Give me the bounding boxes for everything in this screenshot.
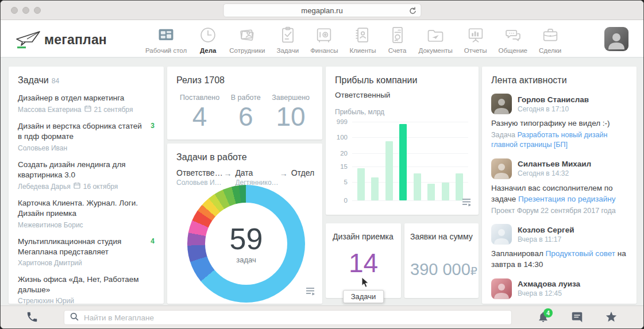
bar[interactable]: [385, 141, 393, 200]
task-item[interactable]: Дизайн и верстка сборника статей в пдф ф…: [18, 121, 155, 152]
y-tick-label: 999: [337, 118, 348, 125]
feed-item-header[interactable]: Горлов СтаниславСегодня в 17:10: [491, 94, 627, 114]
filter-3[interactable]: Отдел: [291, 168, 313, 179]
donut-label: задач: [236, 256, 256, 264]
y-tick-label: 5: [344, 179, 348, 185]
task-meta: Межевитинов Борис: [18, 221, 155, 229]
feed-item-header[interactable]: Козлов СергейВчера в 11:17: [491, 224, 627, 245]
task-owner: Стрелюхин Юрий: [18, 297, 74, 305]
chat-icon: [503, 24, 523, 46]
feed-author-name: Горлов Станислав: [518, 95, 589, 104]
bar[interactable]: [357, 168, 365, 200]
feed-avatar: [491, 94, 512, 114]
calendar-icon: [84, 105, 91, 114]
design-card-value: 14: [333, 250, 394, 276]
reload-icon[interactable]: [408, 6, 417, 17]
nav-item-label: Сделки: [539, 47, 561, 54]
profit-bar-chart[interactable]: 999100201550: [352, 122, 468, 200]
filter-2[interactable]: ДатаДегтяннико…: [235, 168, 276, 187]
feed-timestamp: Сегодня в 17:10: [518, 105, 589, 113]
zoom-window-button[interactable]: [34, 7, 41, 14]
design-acceptance-card[interactable]: Дизайн приемка 14 Задачи: [326, 223, 401, 298]
nav-item-clients[interactable]: Клиенты: [344, 24, 381, 54]
phone-icon[interactable]: [26, 311, 38, 326]
feed-name-time: Козлов СергейВчера в 11:17: [518, 226, 574, 243]
feed-item-header[interactable]: Ахмадова луизаВчера в 12:45: [491, 278, 627, 299]
feed-link[interactable]: Продуктовый совет: [546, 249, 616, 258]
chat-icon[interactable]: [571, 311, 583, 326]
feed-link[interactable]: Презентация по редизайну: [518, 195, 615, 203]
bar[interactable]: [371, 177, 379, 200]
task-item[interactable]: Создать дизайн лендинга для квартирника …: [18, 160, 155, 191]
nav-item-chat[interactable]: Общение: [493, 24, 533, 54]
browser-chrome: megaplan.ru: [1, 1, 643, 20]
donut-ring: 59 задач: [187, 185, 305, 303]
feed-avatar: [491, 278, 512, 299]
bar[interactable]: [456, 173, 463, 200]
bar[interactable]: [399, 124, 407, 200]
release-stat-label: Поставлено: [180, 94, 219, 102]
logo-text: мегаплан: [44, 32, 107, 48]
feed-text: Разную типографику не видел :-): [491, 119, 610, 127]
y-tick-label: 100: [337, 134, 348, 141]
nav-item-safe[interactable]: Финансы: [304, 24, 344, 54]
task-item[interactable]: Мультипликационная студия Мегаплана пред…: [18, 237, 155, 267]
nav-item-desktop[interactable]: Рабочий стол: [140, 24, 192, 54]
nav-item-label: Счета: [388, 47, 407, 54]
notifications-bell[interactable]: 4: [537, 311, 549, 326]
feed-item: Силантьев МихаилСегодня в 14:32Назначил …: [491, 158, 627, 216]
feed-author-name: Ахмадова луиза: [518, 280, 580, 288]
nav-item-clock[interactable]: Дела: [192, 24, 223, 54]
close-window-button[interactable]: [11, 7, 18, 14]
feed-timestamp: Вчера в 12:45: [518, 289, 580, 297]
browser-window: megaplan.ru мегаплан Рабочий столДелаСот…: [0, 0, 644, 329]
release-stat-value: 10: [272, 103, 310, 130]
address-bar[interactable]: megaplan.ru: [223, 3, 421, 17]
folder-icon: [426, 24, 445, 46]
requests-card-value: 390 000₽: [410, 260, 473, 279]
feed-meta-text: Проект Форум 22 сентября 2017 года: [491, 207, 616, 215]
bar[interactable]: [414, 173, 421, 200]
feed-item-header[interactable]: Силантьев МихаилСегодня в 14:32: [491, 158, 627, 179]
task-date: 21 сентября: [94, 106, 133, 114]
requests-sum-card[interactable]: Заявки на сумму 390 000₽: [404, 223, 479, 298]
window-controls[interactable]: [11, 7, 41, 14]
minimize-window-button[interactable]: [22, 7, 29, 14]
clock-icon: [198, 24, 218, 46]
nav-item-report[interactable]: Отчеты: [458, 24, 493, 54]
task-date: 16 октября: [83, 183, 118, 191]
mouse-cursor-icon: [361, 277, 370, 291]
filter-1[interactable]: Ответстве…Соловьев И…: [176, 168, 220, 187]
nav-item-clipboard[interactable]: Задачи: [271, 24, 305, 54]
task-title: Дизайнер в отдел маркетинга: [18, 93, 155, 103]
task-item[interactable]: Дизайнер в отдел маркетингаМассова Екате…: [18, 93, 155, 114]
nav-item-bill[interactable]: Счета: [382, 24, 413, 54]
list-view-icon[interactable]: [306, 287, 315, 298]
nav-item-folder[interactable]: Документы: [413, 24, 458, 54]
feed-meta: Задача Разработать новый дизайн главной …: [491, 130, 627, 150]
search-input[interactable]: [84, 313, 506, 322]
feed-message: Запланировал Продуктовый совет на завтра…: [491, 249, 627, 270]
global-search[interactable]: [64, 310, 512, 325]
bar[interactable]: [427, 184, 435, 200]
release-stat-value: 4: [180, 103, 219, 130]
task-item[interactable]: Карточка Клиента. Журнал. Логи. Дизайн п…: [18, 198, 155, 229]
requests-card-title: Заявки на сумму: [410, 232, 473, 241]
favorites-star-icon[interactable]: [605, 311, 618, 326]
nav-item-label: Финансы: [310, 47, 338, 54]
ruble-sign: ₽: [471, 265, 477, 277]
user-avatar[interactable]: [604, 27, 628, 51]
gridline: [352, 200, 468, 201]
nav-item-employees[interactable]: Сотрудники: [223, 24, 271, 54]
task-item[interactable]: Жизнь офиса «Да, Нет, Работаем дальше»Ст…: [18, 274, 155, 305]
megaplan-logo[interactable]: мегаплан: [14, 29, 107, 50]
list-view-icon[interactable]: [462, 198, 472, 209]
bar[interactable]: [442, 183, 449, 201]
task-comments-badge: 3: [151, 122, 155, 130]
tasks-donut-chart[interactable]: 59 задач: [187, 185, 305, 303]
nav-item-briefcase[interactable]: Сделки: [533, 24, 567, 54]
avatar-silhouette-icon: [607, 31, 626, 49]
safe-icon: [314, 24, 334, 46]
release-stat-value: 6: [231, 103, 261, 130]
calendar-icon: [74, 182, 80, 191]
